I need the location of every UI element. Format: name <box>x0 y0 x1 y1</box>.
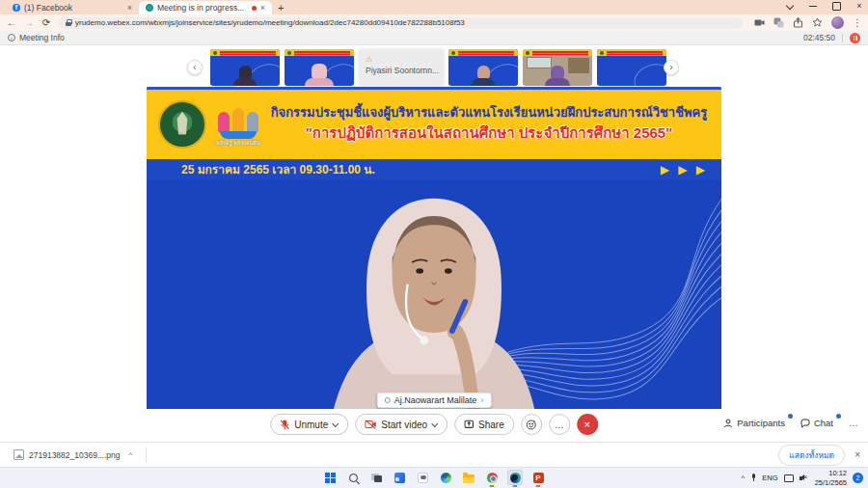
speaker-name-label[interactable]: Aj.Naowarart Malilate › <box>377 393 492 408</box>
screen: f (1) Facebook × Meeting is in progress.… <box>0 0 868 488</box>
webex-favicon-icon <box>146 4 153 12</box>
camera-off-icon <box>365 420 376 429</box>
share-screen-icon <box>464 420 474 429</box>
camera-in-use-icon[interactable] <box>754 17 765 28</box>
network-display-icon[interactable] <box>784 474 794 482</box>
edge-icon <box>441 473 451 483</box>
panels-more-button[interactable]: … <box>849 418 858 428</box>
teams-chat-button[interactable] <box>415 470 430 485</box>
folder-icon <box>463 474 475 483</box>
participant-thumbnail-1[interactable] <box>210 49 280 86</box>
divider <box>146 447 147 463</box>
participants-button[interactable]: Participants <box>723 418 785 428</box>
toolbar-icons: ⋮ <box>754 16 862 29</box>
meeting-info-label: Meeting Info <box>19 33 65 42</box>
banner-date-bar: 25 มกราคม 2565 เวลา 09.30-11.00 น. ▶ ▶ ▶ <box>147 159 721 179</box>
chat-button[interactable]: Chat <box>800 418 833 428</box>
webex-icon <box>510 473 521 483</box>
participant-thumbnail-4[interactable] <box>448 49 518 86</box>
chrome-button[interactable] <box>484 470 500 485</box>
forward-button[interactable]: → <box>23 17 35 28</box>
webex-button[interactable] <box>507 470 523 485</box>
reload-button[interactable]: ⟳ <box>41 17 52 28</box>
chevron-down-icon[interactable] <box>333 421 339 427</box>
participant-silhouette <box>472 66 495 86</box>
close-tab-icon[interactable]: × <box>260 4 265 13</box>
url-text: yrudemo.webex.com/wbxmjs/joinservice/sit… <box>75 18 465 27</box>
close-download-bar-icon[interactable]: × <box>854 449 860 460</box>
browser-menu-icon[interactable]: ⋮ <box>853 17 862 28</box>
start-video-button[interactable]: Start video <box>355 414 448 435</box>
more-options-button[interactable]: … <box>549 414 570 435</box>
edge-button[interactable] <box>438 470 453 485</box>
window-controls: × <box>785 1 864 11</box>
swirl-decor <box>630 59 666 86</box>
share-page-icon[interactable] <box>793 17 803 28</box>
speaker-muted-icon[interactable] <box>800 474 809 482</box>
address-bar[interactable]: yrudemo.webex.com/wbxmjs/joinservice/sit… <box>58 17 743 29</box>
meeting-timer: 02:45:50 <box>803 33 835 42</box>
teams-chat-icon <box>418 473 428 483</box>
tab-title: Meeting is in progress... <box>157 3 248 13</box>
minimize-button[interactable] <box>808 1 818 11</box>
tab-facebook[interactable]: f (1) Facebook × <box>6 1 139 14</box>
language-indicator[interactable]: ENG <box>762 474 777 482</box>
thumbnail-banner <box>448 49 518 56</box>
new-tab-button[interactable]: + <box>278 2 284 14</box>
download-caret-icon[interactable]: ^ <box>129 450 133 459</box>
tray-overflow-button[interactable]: ^ <box>742 474 746 482</box>
room-shelf <box>568 58 589 73</box>
share-label: Share <box>478 420 504 430</box>
browser-tab-strip: f (1) Facebook × Meeting is in progress.… <box>0 0 868 14</box>
notification-count-badge[interactable]: 2 <box>853 473 863 483</box>
tray-mic-icon[interactable] <box>750 474 756 482</box>
task-view-button[interactable] <box>368 470 384 485</box>
profile-avatar[interactable] <box>831 16 844 29</box>
leave-meeting-button[interactable]: × <box>577 414 598 435</box>
chat-icon <box>800 419 810 428</box>
tab-meeting[interactable]: Meeting is in progress... × <box>139 1 272 14</box>
filmstrip-prev-button[interactable]: ‹ <box>187 60 203 75</box>
info-icon: i <box>8 34 15 41</box>
file-explorer-button[interactable] <box>461 470 476 485</box>
participant-thumbnail-selected[interactable]: ⚠ Piyasiri Soontornn... <box>359 49 444 86</box>
clock-date: 25/1/2565 <box>815 478 847 487</box>
event-datetime: 25 มกราคม 2565 เวลา 09.30-11.00 น. <box>181 160 375 178</box>
powerpoint-button[interactable]: P <box>530 470 546 485</box>
recording-dot-icon <box>252 6 257 11</box>
unmute-button[interactable]: Unmute <box>270 414 348 435</box>
close-window-button[interactable]: × <box>854 1 864 11</box>
play-arrows-icon: ▶ ▶ ▶ <box>661 163 708 176</box>
video-body: Aj.Naowarart Malilate › <box>147 182 721 412</box>
participant-thumbnail-2[interactable] <box>285 49 354 86</box>
participant-name: Piyasiri Soontornn... <box>366 66 439 75</box>
window-chevron-icon[interactable] <box>785 1 795 11</box>
participant-thumbnail-5[interactable] <box>523 49 592 86</box>
chevron-right-icon: › <box>480 395 483 405</box>
unmute-label: Unmute <box>294 420 328 430</box>
translate-icon[interactable] <box>773 17 784 28</box>
active-speaker-video[interactable]: พลังครู พลังแผ่นดิน กิจกรรมประชุมชี้แจงผ… <box>147 87 721 412</box>
filmstrip-next-button[interactable]: › <box>664 60 679 75</box>
meeting-info-button[interactable]: i Meeting Info <box>8 33 65 42</box>
banner-title-line1: กิจกรรมประชุมชี้แจงผู้บริหารและตัวแทนโรง… <box>270 104 708 122</box>
start-button[interactable] <box>322 470 338 485</box>
download-item[interactable]: 271913882_10369....png ^ <box>8 447 138 463</box>
browser-toolbar: ← → ⟳ yrudemo.webex.com/wbxmjs/joinservi… <box>0 14 868 31</box>
taskbar-clock[interactable]: 10:12 25/1/2565 <box>815 469 847 487</box>
restore-button[interactable] <box>831 1 841 11</box>
show-all-downloads-button[interactable]: แสดงทั้งหมด <box>778 445 845 466</box>
chat-notification-dot <box>836 414 841 419</box>
share-button[interactable]: Share <box>454 414 514 435</box>
recording-pause-button[interactable] <box>850 33 860 43</box>
chevron-down-icon[interactable] <box>432 421 438 427</box>
participant-thumbnail-6[interactable] <box>597 49 666 86</box>
close-tab-icon[interactable]: × <box>127 4 132 13</box>
taskbar-search-button[interactable] <box>345 470 361 485</box>
reactions-button[interactable] <box>521 414 542 435</box>
clock-time: 10:12 <box>828 469 847 477</box>
bookmark-star-icon[interactable] <box>812 17 823 28</box>
widgets-button[interactable] <box>392 470 407 485</box>
warning-icon: ⚠ <box>366 55 372 64</box>
back-button[interactable]: ← <box>6 17 17 28</box>
